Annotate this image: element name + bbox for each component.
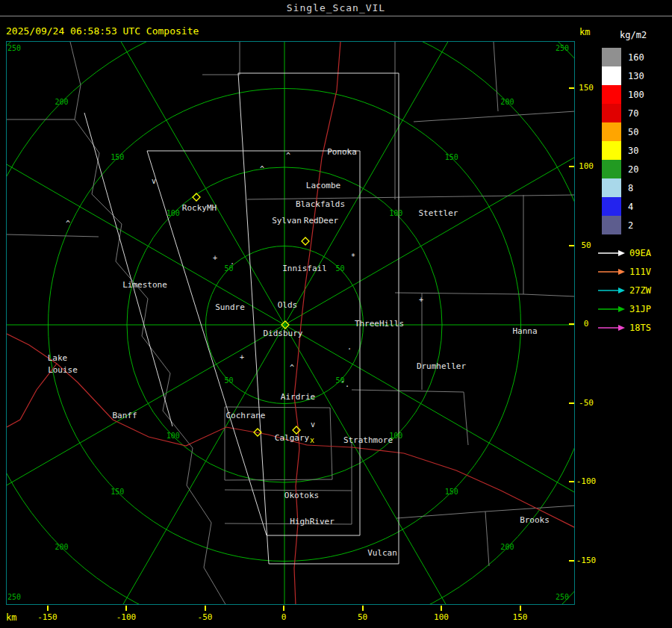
radar-plot[interactable]: 5050505010010010010015015015015020020020… <box>6 41 575 605</box>
city-label: Airdrie <box>281 392 315 402</box>
city-label: Drumheller <box>417 361 467 371</box>
radar-legend-row: 31JP <box>597 299 672 318</box>
storm-marker: + <box>240 353 244 361</box>
color-scale-value: 20 <box>628 164 638 175</box>
radar-app-window: Single_Scan_VIL 2025/09/24 06:58:53 UTC … <box>0 0 672 628</box>
km-unit-bottom: km <box>6 612 16 623</box>
y-axis-label: 150 <box>575 83 597 93</box>
radar-arrow-icon <box>597 249 626 258</box>
color-scale-value: 70 <box>628 108 638 119</box>
city-label: Innisfail <box>282 264 327 273</box>
ring-distance-label: 50 <box>224 376 233 385</box>
ring-distance-label: 150 <box>111 488 124 496</box>
color-scale: 16013010070503020842 <box>597 48 672 234</box>
color-scale-row: 100 <box>597 85 672 104</box>
storm-marker: ^ <box>260 165 264 173</box>
x-axis-tick <box>205 606 206 611</box>
storm-marker: ^ <box>66 220 70 228</box>
x-axis-label: 150 <box>504 612 537 622</box>
x-axis-tick <box>283 606 284 611</box>
highway-line <box>7 334 307 446</box>
radar-id: 18TS <box>629 323 651 333</box>
county-boundary <box>464 392 468 445</box>
ring-distance-label: 150 <box>445 153 458 161</box>
radar-arrow-icon <box>597 286 626 295</box>
y-axis-label: -50 <box>575 398 597 408</box>
color-swatch <box>602 216 621 234</box>
color-scale-row: 70 <box>597 104 672 122</box>
color-scale-value: 130 <box>628 71 644 81</box>
ring-distance-label: 200 <box>500 543 514 551</box>
city-label: Sylvan <box>272 216 302 226</box>
storm-marker: . <box>230 258 234 266</box>
km-unit-top: km <box>579 27 590 37</box>
county-boundary <box>523 195 575 296</box>
storm-marker: . <box>345 380 349 388</box>
city-label: Olds <box>278 300 298 310</box>
storm-marker: v <box>152 177 156 185</box>
radar-map-svg[interactable]: 5050505010010010010015015015015020020020… <box>7 42 575 605</box>
color-swatch <box>602 160 621 178</box>
x-axis-label: 100 <box>425 612 458 622</box>
color-scale-row: 2 <box>597 216 672 234</box>
x-axis-tick <box>125 606 127 611</box>
city-label: HighRiver <box>290 517 335 526</box>
color-scale-value: 30 <box>628 146 638 156</box>
ring-distance-label: 150 <box>111 153 124 161</box>
x-axis-tick <box>362 606 364 611</box>
county-boundary <box>7 234 99 237</box>
city-label: Cochrane <box>226 411 266 420</box>
radar-arrow-icon <box>597 267 626 276</box>
color-scale-value: 4 <box>628 202 633 212</box>
county-boundary <box>70 42 226 605</box>
storm-marker: v <box>311 420 315 429</box>
color-scale-value: 100 <box>628 90 644 100</box>
city-label: Banff <box>112 411 137 420</box>
color-scale-row: 50 <box>597 122 672 141</box>
ring-distance-label: 200 <box>55 543 69 551</box>
radar-arrow-icon <box>597 323 626 332</box>
county-boundary <box>494 42 498 111</box>
y-axis-label: 50 <box>575 240 597 250</box>
x-axis-tick <box>520 606 521 611</box>
storm-marker: . <box>347 343 352 351</box>
color-scale-value: 160 <box>628 52 644 63</box>
city-label: Calgary <box>275 433 310 443</box>
radar-site-marker <box>302 237 309 245</box>
color-scale-value: 8 <box>628 183 633 193</box>
radar-legend-row: 111V <box>597 262 672 281</box>
color-swatch <box>602 85 621 104</box>
radar-legend-row: 27ZW <box>597 281 672 299</box>
color-swatch <box>602 122 621 141</box>
ring-distance-label: 100 <box>167 432 180 440</box>
ring-distance-label: 50 <box>224 264 233 273</box>
radar-arrow-icon <box>597 305 626 314</box>
radar-legend-row: 09EA <box>597 243 672 262</box>
city-label: Vulcan <box>367 548 397 558</box>
city-label: RedDeer <box>304 216 339 226</box>
radar-list: 09EA111V27ZW31JP18TS <box>597 243 672 337</box>
storm-marker: x <box>310 436 314 444</box>
ring-distance-label: 150 <box>445 488 458 496</box>
color-swatch <box>602 178 621 197</box>
radar-id: 31JP <box>629 304 651 314</box>
city-label: RockyMH <box>182 203 217 213</box>
window-title: Single_Scan_VIL <box>287 2 385 13</box>
radar-id: 27ZW <box>629 285 651 296</box>
storm-marker: + <box>213 254 217 262</box>
storm-marker: + <box>419 296 423 304</box>
ring-distance-label: 250 <box>556 593 569 601</box>
x-axis-label: -150 <box>31 612 64 622</box>
storm-marker: ^ <box>286 152 290 160</box>
color-swatch <box>602 48 621 66</box>
radar-legend-row: 18TS <box>597 318 672 337</box>
x-axis-label: -50 <box>189 612 222 622</box>
radar-id: 111V <box>629 267 651 277</box>
city-label: Limestone <box>122 280 167 290</box>
ring-distance-label: 250 <box>7 593 21 601</box>
color-swatch <box>602 66 621 85</box>
color-swatch <box>602 141 621 160</box>
color-scale-row: 20 <box>597 160 672 178</box>
y-axis-label: -100 <box>575 476 597 486</box>
color-scale-row: 4 <box>597 197 672 216</box>
